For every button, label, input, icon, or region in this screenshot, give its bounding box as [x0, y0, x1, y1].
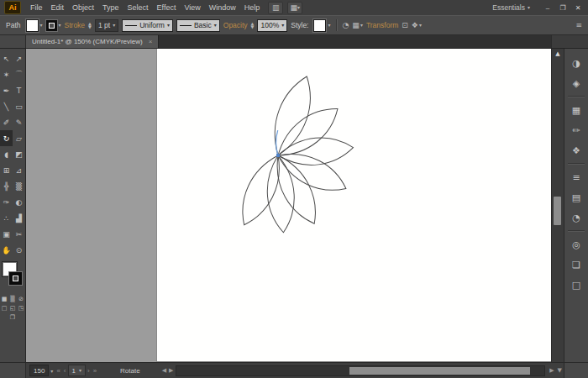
none-button[interactable]: ⊘ — [18, 296, 24, 302]
flower-petal[interactable] — [270, 98, 345, 165]
flower-petal[interactable] — [266, 150, 326, 230]
stroke-weight-stepper[interactable]: ▲▼ — [88, 22, 92, 29]
scroll-right-end-icon[interactable]: ▶ — [548, 367, 555, 374]
gradient-button[interactable]: ▒ — [9, 296, 16, 302]
horizontal-scrollbar[interactable] — [176, 365, 545, 376]
horizontal-scroll-thumb[interactable] — [349, 367, 530, 375]
menu-help[interactable]: Help — [240, 2, 265, 13]
rotate-tool[interactable]: ↻ — [0, 130, 13, 146]
canvas[interactable] — [26, 49, 551, 362]
magic-wand-tool[interactable]: ✶ — [0, 66, 13, 82]
first-artboard-button[interactable]: « — [55, 367, 61, 375]
flower-petal[interactable] — [265, 155, 297, 234]
panel-menu-icon[interactable]: ≡ — [575, 21, 582, 29]
select-similar-dropdown[interactable]: ❖ ▾ — [412, 21, 422, 29]
menu-effect[interactable]: Effect — [153, 2, 181, 13]
slice-tool[interactable]: ✂ — [13, 226, 25, 242]
artboards-panel-icon[interactable]: □ — [564, 275, 588, 295]
blend-tool[interactable]: ◐ — [13, 194, 25, 210]
gradient-tool[interactable]: ▒ — [13, 178, 25, 194]
scale-tool[interactable]: ▱ — [13, 130, 25, 146]
symbols-panel-icon[interactable]: ❖ — [564, 140, 588, 160]
perspective-grid-tool[interactable]: ⊿ — [13, 162, 25, 178]
layers-panel-icon[interactable]: ❏ — [564, 255, 588, 275]
flower-petal[interactable] — [276, 134, 354, 169]
scroll-right-icon[interactable]: ▶ — [169, 367, 173, 374]
width-tool[interactable]: ◖ — [0, 146, 13, 162]
close-button[interactable]: ✕ — [572, 3, 584, 13]
transform-panel-link[interactable]: Transform — [366, 21, 398, 29]
gradient-panel-icon[interactable]: ▤ — [564, 187, 588, 207]
minimize-button[interactable]: – — [542, 3, 554, 13]
stroke-panel-link[interactable]: Stroke — [65, 21, 86, 29]
isolate-selected-object-icon[interactable]: ⊡ — [402, 21, 408, 29]
swatches-panel-icon[interactable]: ▦ — [564, 100, 588, 120]
graphic-style-control[interactable]: ▾ — [313, 19, 330, 32]
type-tool[interactable]: T — [13, 82, 25, 98]
lasso-tool[interactable]: ⌒ — [13, 66, 25, 82]
vertical-scroll-thumb[interactable] — [554, 197, 561, 225]
anchor-point[interactable] — [276, 154, 280, 157]
draw-normal-button[interactable]: □ — [1, 305, 8, 312]
free-transform-tool[interactable]: ◩ — [13, 146, 25, 162]
zoom-level-input[interactable]: 150 — [29, 365, 49, 376]
menu-select[interactable]: Select — [123, 2, 153, 13]
restore-button[interactable]: ❐ — [557, 3, 569, 13]
appearance-panel-icon[interactable]: ◎ — [564, 234, 588, 255]
scroll-up-icon[interactable]: ▲ — [555, 50, 559, 57]
brushes-panel-icon[interactable]: ✏ — [564, 120, 588, 140]
zoom-tool[interactable]: ⊙ — [13, 242, 25, 258]
zoom-dropdown-icon[interactable]: ▾ — [49, 368, 55, 374]
stroke-color-control[interactable]: ▾ — [46, 20, 61, 31]
fill-color-swatch[interactable] — [26, 19, 39, 32]
tab-close-icon[interactable]: × — [149, 38, 153, 45]
flower-petal[interactable] — [265, 71, 321, 160]
brush-definition-dropdown[interactable]: Basic ▾ — [176, 19, 220, 32]
align-dropdown[interactable]: ▦ ▾ — [352, 21, 363, 29]
menu-object[interactable]: Object — [68, 2, 98, 13]
menu-edit[interactable]: Edit — [47, 2, 69, 13]
graphic-style-swatch[interactable] — [313, 19, 326, 32]
document-tab[interactable]: Untitled-1* @ 150% (CMYK/Preview) × — [26, 35, 159, 48]
arrange-documents-icon[interactable]: ▦ ▾ — [287, 2, 302, 14]
last-artboard-button[interactable]: » — [92, 367, 98, 375]
mesh-tool[interactable]: ╬ — [0, 178, 13, 194]
color-guide-panel-icon[interactable]: ◈ — [564, 73, 588, 93]
screen-mode-button[interactable]: ❐ — [7, 314, 18, 321]
menu-type[interactable]: Type — [98, 2, 123, 13]
paintbrush-tool[interactable]: ✐ — [0, 114, 13, 130]
stroke-weight-dropdown[interactable]: 1 pt ▾ — [95, 19, 118, 32]
stroke-color-swatch[interactable] — [46, 20, 57, 31]
draw-behind-button[interactable]: ◱ — [9, 305, 16, 312]
selection-tool[interactable]: ↖ — [0, 50, 13, 66]
stroke-proxy-swatch[interactable] — [9, 272, 22, 285]
width-profile-dropdown[interactable]: Uniform ▾ — [122, 19, 173, 32]
menu-view[interactable]: View — [180, 2, 204, 13]
symbol-sprayer-tool[interactable]: ∴ — [0, 210, 13, 226]
pen-tool[interactable]: ✒ — [0, 82, 13, 98]
fill-color-control[interactable]: ▾ — [26, 19, 43, 32]
scroll-down-icon[interactable]: ▼ — [556, 367, 564, 374]
workspace-switcher[interactable]: Essentials ▾ — [492, 3, 530, 12]
recolor-artwork-icon[interactable]: ◔ — [343, 21, 349, 29]
color-panel-icon[interactable]: ◑ — [564, 53, 588, 73]
direct-selection-tool[interactable]: ↗ — [13, 50, 25, 66]
line-segment-tool[interactable]: ╲ — [0, 98, 13, 114]
previous-artboard-button[interactable]: ‹ — [62, 367, 68, 375]
color-button[interactable]: ■ — [1, 296, 8, 302]
artboard-navigation-dropdown[interactable]: 1 ▾ — [68, 365, 86, 376]
scroll-left-icon[interactable]: ◀ — [162, 367, 166, 374]
menu-file[interactable]: File — [26, 2, 47, 13]
hand-tool[interactable]: ✋ — [0, 242, 13, 258]
menu-window[interactable]: Window — [205, 2, 240, 13]
opacity-dropdown[interactable]: 100% ▾ — [257, 19, 287, 32]
bridge-icon[interactable]: ▥ — [268, 2, 283, 14]
transparency-panel-icon[interactable]: ◔ — [564, 207, 588, 228]
next-artboard-button[interactable]: › — [86, 367, 92, 375]
artboard-tool[interactable]: ▣ — [0, 226, 13, 242]
column-graph-tool[interactable]: ▟ — [13, 210, 25, 226]
vertical-scrollbar[interactable]: ▲ — [551, 49, 564, 362]
pencil-tool[interactable]: ✎ — [13, 114, 25, 130]
flower-outline-artwork[interactable] — [26, 49, 551, 362]
shape-builder-tool[interactable]: ⊞ — [0, 162, 13, 178]
